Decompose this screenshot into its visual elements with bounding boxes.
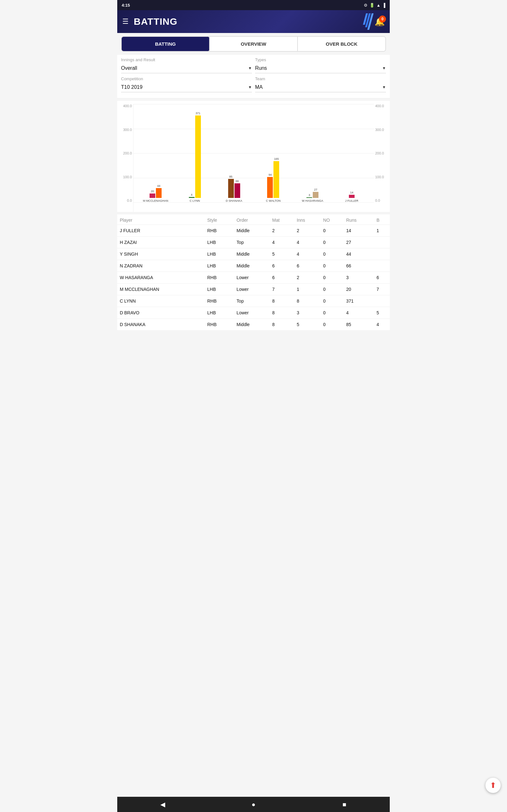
cell-inns: 1	[294, 284, 320, 295]
tab-batting[interactable]: BATTING	[122, 37, 209, 51]
table-row: J FULLERRHBMiddle220141	[117, 225, 390, 237]
cell-inns: 8	[294, 295, 320, 307]
y-label-100-right: 100.0	[375, 175, 387, 179]
bar	[267, 177, 273, 198]
bar	[349, 195, 354, 198]
bar	[195, 115, 201, 198]
player-name-label: J FULLER	[345, 199, 358, 202]
cell-order: Middle	[234, 225, 270, 237]
cell-order: Middle	[234, 248, 270, 260]
table-row: C LYNNRHBTop880371	[117, 295, 390, 307]
cell-style: LHB	[205, 284, 234, 295]
bar	[234, 183, 240, 198]
y-label-200-left: 200.0	[120, 151, 132, 155]
cell-mat: 8	[270, 307, 294, 319]
team-dropdown[interactable]: MA ▼	[255, 83, 386, 92]
bar-pair: 14	[333, 191, 371, 198]
cell-runs: 371	[344, 295, 374, 307]
table-row: H ZAZAILHBTop44027	[117, 237, 390, 248]
cell-order: Top	[234, 237, 270, 248]
notification-button[interactable]: 🔔 0	[375, 17, 385, 27]
table-row: W HASARANGARHBLower62036	[117, 272, 390, 284]
bar-wrapper: 165	[274, 157, 279, 198]
types-value: Runs	[255, 65, 267, 71]
cell-order: Lower	[234, 272, 270, 284]
bar	[306, 197, 312, 198]
cell-mat: 8	[270, 295, 294, 307]
innings-filter: Innings and Result Overall ▼	[121, 57, 252, 73]
cell-order: Lower	[234, 307, 270, 319]
bar-value-label: 4	[191, 193, 192, 196]
menu-button[interactable]: ☰	[122, 17, 129, 26]
bar-value-label: 66	[236, 180, 239, 183]
cell-no: 0	[321, 225, 344, 237]
team-label: Team	[255, 77, 386, 81]
player-bar-group: 94165C WALTON	[254, 104, 292, 202]
bar	[150, 194, 155, 198]
bar-wrapper: 94	[267, 173, 273, 198]
cell-inns: 2	[294, 225, 320, 237]
status-icons: ⚙ 🔋 ▲ ▐	[364, 3, 385, 8]
battery-icon: 🔋	[370, 3, 375, 8]
cell-style: RHB	[205, 225, 234, 237]
cell-no: 0	[321, 284, 344, 295]
player-name-label: W HASARANGA	[302, 199, 323, 202]
bar-value-label: 85	[229, 175, 233, 178]
cell-style: RHB	[205, 272, 234, 284]
status-bar: 4:15 ⚙ 🔋 ▲ ▐	[117, 0, 390, 10]
bar-pair: 4371	[176, 112, 214, 198]
cell-style: RHB	[205, 295, 234, 307]
bar-wrapper: 4	[189, 193, 194, 198]
innings-dropdown[interactable]: Overall ▼	[121, 63, 252, 73]
bar-pair: 2044	[136, 184, 175, 198]
tab-bar: BATTING OVERVIEW OVER BLOCK	[121, 36, 386, 52]
cell-b	[374, 248, 390, 260]
cell-mat: 5	[270, 248, 294, 260]
bar	[189, 197, 194, 198]
cell-inns: 4	[294, 248, 320, 260]
table-header-row: Player Style Order Mat Inns NO Runs B	[117, 214, 390, 225]
cell-player: Y SINGH	[117, 248, 205, 260]
cell-mat: 8	[270, 319, 294, 331]
innings-arrow: ▼	[248, 66, 252, 70]
y-label-400-right: 400.0	[375, 104, 387, 108]
tab-over-block[interactable]: OVER BLOCK	[298, 37, 385, 51]
competition-value: T10 2019	[121, 84, 143, 90]
table-row: M MCCLENAGHANLHBLower710207	[117, 284, 390, 295]
y-label-0-right: 0.0	[375, 199, 387, 202]
bar-value-label: 165	[274, 157, 279, 160]
competition-label: Competition	[121, 77, 252, 81]
col-inns: Inns	[294, 214, 320, 225]
y-label-300-right: 300.0	[375, 128, 387, 132]
bar-wrapper: 3	[306, 194, 312, 198]
cell-no: 0	[321, 248, 344, 260]
types-dropdown[interactable]: Runs ▼	[255, 63, 386, 73]
y-label-100-left: 100.0	[120, 175, 132, 179]
player-name-label: C LYNN	[190, 199, 200, 202]
header-left: ☰ BATTING	[122, 16, 177, 27]
team-filter: Team MA ▼	[255, 77, 386, 92]
col-order: Order	[234, 214, 270, 225]
cell-b: 1	[374, 225, 390, 237]
cell-no: 0	[321, 260, 344, 272]
player-bar-group: 14J FULLER	[333, 104, 371, 202]
cell-order: Middle	[234, 260, 270, 272]
stats-table-section: Player Style Order Mat Inns NO Runs B J …	[117, 214, 390, 330]
cell-order: Middle	[234, 319, 270, 331]
competition-dropdown[interactable]: T10 2019 ▼	[121, 83, 252, 92]
cell-runs: 4	[344, 307, 374, 319]
cell-b	[374, 260, 390, 272]
y-label-200-right: 200.0	[375, 151, 387, 155]
tab-overview[interactable]: OVERVIEW	[210, 37, 297, 51]
cell-inns: 6	[294, 260, 320, 272]
team-arrow: ▼	[382, 85, 386, 90]
table-row: N ZADRANLHBMiddle66066	[117, 260, 390, 272]
cell-style: LHB	[205, 248, 234, 260]
bar-wrapper: 371	[195, 112, 201, 198]
cell-b: 5	[374, 307, 390, 319]
innings-value: Overall	[121, 65, 137, 71]
types-filter: Types Runs ▼	[255, 57, 386, 73]
bar-pair: 327	[293, 188, 331, 198]
stats-table: Player Style Order Mat Inns NO Runs B J …	[117, 214, 390, 330]
cell-mat: 6	[270, 272, 294, 284]
